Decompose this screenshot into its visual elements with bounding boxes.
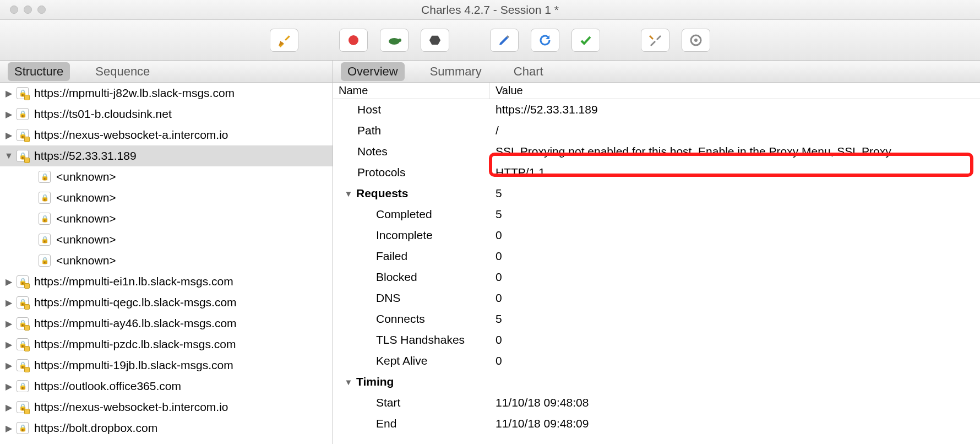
- tree-host-item[interactable]: ▶🔒https://ts01-b.cloudsink.net: [0, 104, 333, 124]
- tree-item-label: https://52.33.31.189: [34, 149, 137, 163]
- tree-host-item[interactable]: ▶🔒https://mpmulti-qegc.lb.slack-msgs.com: [0, 292, 333, 313]
- overview-row[interactable]: ProtocolsHTTP/1.1: [333, 162, 980, 183]
- tree-host-item[interactable]: ▶🔒https://outlook.office365.com: [0, 376, 333, 397]
- tree-item-label: https://ts01-b.cloudsink.net: [34, 107, 172, 121]
- tab-summary[interactable]: Summary: [423, 62, 488, 81]
- overview-row[interactable]: Path/: [333, 120, 980, 141]
- column-name[interactable]: Name: [333, 83, 490, 99]
- overview-row[interactable]: Connects5: [333, 308, 980, 329]
- tab-overview[interactable]: Overview: [341, 62, 405, 81]
- tree-child-item[interactable]: 🔒<unknown>: [0, 229, 333, 250]
- tree-host-item[interactable]: ▶🔒https://nexus-websocket-b.intercom.io: [0, 397, 333, 418]
- host-tree[interactable]: ▶🔒https://mpmulti-j82w.lb.slack-msgs.com…: [0, 83, 333, 444]
- tree-host-item[interactable]: ▶🔒https://mpmulti-19jb.lb.slack-msgs.com: [0, 355, 333, 376]
- overview-row[interactable]: TLS Handshakes0: [333, 329, 980, 350]
- disclosure-triangle-icon[interactable]: ▶: [4, 277, 13, 287]
- tree-item-label: https://outlook.office365.com: [34, 380, 181, 393]
- tree-host-item[interactable]: ▶🔒https://mpmulti-ay46.lb.slack-msgs.com: [0, 313, 333, 334]
- repeat-button[interactable]: [531, 29, 559, 52]
- overview-row[interactable]: DNS0: [333, 288, 980, 308]
- svg-point-0: [349, 35, 358, 45]
- lock-icon: 🔒: [39, 192, 51, 204]
- lock-icon: 🔒: [39, 213, 51, 225]
- settings-button[interactable]: [682, 29, 710, 52]
- overview-value: 0: [490, 270, 980, 284]
- overview-row[interactable]: Hosthttps://52.33.31.189: [333, 99, 980, 120]
- overview-value: HTTP/1.1: [490, 166, 980, 179]
- tab-sequence[interactable]: Sequence: [89, 62, 156, 81]
- disclosure-triangle-icon[interactable]: ▼: [4, 151, 13, 161]
- breakpoints-button[interactable]: [421, 29, 449, 52]
- gear-icon: [689, 34, 703, 47]
- overview-name: Blocked: [333, 270, 490, 284]
- overview-row[interactable]: Blocked0: [333, 267, 980, 288]
- validate-button[interactable]: [571, 29, 600, 52]
- clear-session-button[interactable]: [270, 29, 298, 52]
- tab-chart[interactable]: Chart: [507, 62, 550, 81]
- lock-icon: 🔒: [17, 108, 29, 120]
- overview-row[interactable]: Start11/10/18 09:48:08: [333, 392, 980, 413]
- overview-row[interactable]: ▼Timing: [333, 371, 980, 392]
- disclosure-triangle-icon[interactable]: ▼: [344, 377, 353, 387]
- overview-row[interactable]: ▼Requests5: [333, 183, 980, 204]
- overview-value: 11/10/18 09:48:09: [490, 417, 980, 430]
- overview-value: 5: [490, 312, 980, 326]
- disclosure-triangle-icon[interactable]: ▶: [4, 381, 13, 392]
- column-value[interactable]: Value: [490, 83, 980, 99]
- tree-host-item[interactable]: ▶🔒https://mpmulti-pzdc.lb.slack-msgs.com: [0, 334, 333, 355]
- overview-row[interactable]: Incomplete0: [333, 225, 980, 246]
- lock-icon: 🔒: [17, 338, 29, 350]
- disclosure-triangle-icon[interactable]: ▶: [4, 360, 13, 371]
- tree-child-item[interactable]: 🔒<unknown>: [0, 250, 333, 271]
- tree-item-label: https://mpmulti-ay46.lb.slack-msgs.com: [34, 317, 237, 330]
- overview-row[interactable]: Kept Alive0: [333, 350, 980, 371]
- compose-button[interactable]: [490, 29, 519, 52]
- overview-row[interactable]: Completed5: [333, 204, 980, 225]
- disclosure-triangle-icon[interactable]: ▶: [4, 88, 13, 99]
- lock-icon: 🔒: [39, 255, 51, 267]
- disclosure-triangle-icon[interactable]: ▼: [344, 189, 353, 198]
- disclosure-triangle-icon[interactable]: ▶: [4, 339, 13, 350]
- overview-name: Protocols: [333, 166, 490, 179]
- tree-child-item[interactable]: 🔒<unknown>: [0, 208, 333, 229]
- disclosure-triangle-icon[interactable]: ▶: [4, 130, 13, 140]
- lock-icon: 🔒: [17, 380, 29, 392]
- overview-row[interactable]: End11/10/18 09:48:09: [333, 413, 980, 434]
- tree-host-item[interactable]: ▶🔒https://mpmulti-j82w.lb.slack-msgs.com: [0, 83, 333, 104]
- tree-host-item[interactable]: ▶🔒https://mpmulti-ei1n.lb.slack-msgs.com: [0, 271, 333, 292]
- throttle-button[interactable]: [380, 29, 409, 52]
- tree-host-item[interactable]: ▼🔒https://52.33.31.189: [0, 145, 333, 166]
- overview-table[interactable]: Hosthttps://52.33.31.189Path/NotesSSL Pr…: [333, 99, 980, 444]
- tools-icon: [649, 34, 662, 47]
- window-controls: [10, 6, 46, 14]
- overview-name: Path: [333, 124, 490, 137]
- tab-structure[interactable]: Structure: [8, 62, 70, 81]
- overview-name: Notes: [333, 145, 490, 158]
- lock-icon: 🔒: [17, 401, 29, 413]
- tools-button[interactable]: [641, 29, 669, 52]
- overview-name: Start: [333, 396, 490, 409]
- lock-icon: 🔒: [17, 129, 29, 141]
- disclosure-triangle-icon[interactable]: ▶: [4, 297, 13, 308]
- window-titlebar: Charles 4.2.7 - Session 1 *: [0, 0, 980, 20]
- overview-row[interactable]: NotesSSL Proxying not enabled for this h…: [333, 141, 980, 162]
- zoom-window-icon[interactable]: [37, 6, 46, 14]
- minimize-window-icon[interactable]: [24, 6, 32, 14]
- disclosure-triangle-icon[interactable]: ▶: [4, 402, 13, 413]
- tree-child-item[interactable]: 🔒<unknown>: [0, 187, 333, 208]
- overview-row[interactable]: Failed0: [333, 246, 980, 267]
- tree-item-label: https://mpmulti-pzdc.lb.slack-msgs.com: [34, 338, 236, 351]
- record-button[interactable]: [339, 29, 368, 52]
- disclosure-triangle-icon[interactable]: ▶: [4, 109, 13, 120]
- hexagon-icon: [429, 34, 441, 46]
- tree-host-item[interactable]: ▶🔒https://nexus-websocket-a.intercom.io: [0, 124, 333, 145]
- close-window-icon[interactable]: [10, 6, 18, 14]
- tree-child-item[interactable]: 🔒<unknown>: [0, 166, 333, 187]
- tree-item-label: https://mpmulti-j82w.lb.slack-msgs.com: [34, 86, 235, 100]
- disclosure-triangle-icon[interactable]: ▶: [4, 318, 13, 329]
- overview-value: https://52.33.31.189: [490, 103, 980, 116]
- tree-host-item[interactable]: ▶🔒https://bolt.dropbox.com: [0, 418, 333, 438]
- check-icon: [579, 34, 592, 47]
- lock-icon: 🔒: [17, 275, 29, 288]
- disclosure-triangle-icon[interactable]: ▶: [4, 423, 13, 434]
